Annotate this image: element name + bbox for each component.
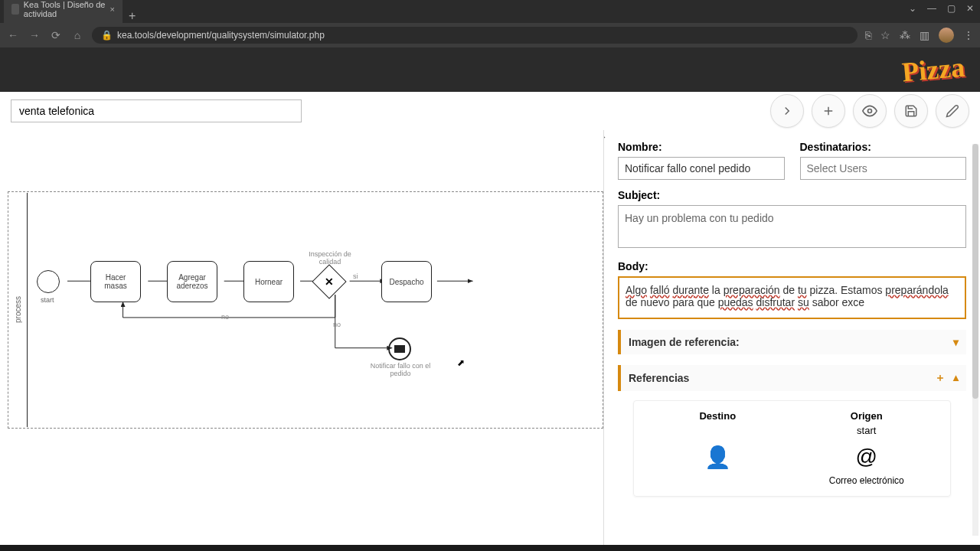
start-label: start (41, 296, 54, 304)
chevron-down-icon[interactable]: ⌄ (909, 3, 916, 14)
menu-icon[interactable]: ⋮ (963, 29, 974, 41)
person-icon: 👤 (643, 445, 792, 470)
install-icon[interactable]: ⎘ (865, 29, 871, 41)
at-icon: @ (792, 445, 942, 469)
edge-si: si (353, 272, 358, 280)
task-agregar-aderezos[interactable]: Agregar aderezos (167, 261, 217, 302)
tab-bar: Kea Tools | Diseño de actividad × + (0, 0, 980, 23)
edit-button[interactable] (936, 94, 969, 128)
browser-tab[interactable]: Kea Tools | Diseño de actividad × (4, 0, 122, 23)
lock-icon: 🔒 (101, 30, 113, 41)
ref-origen-sub: start (792, 425, 942, 437)
task-hornear[interactable]: Hornear (243, 261, 294, 302)
gateway-label: Inspección de calidad (299, 250, 361, 266)
profile-avatar-icon[interactable] (939, 28, 954, 43)
tab-title: Kea Tools | Diseño de actividad (24, 0, 106, 18)
gateway-inspeccion[interactable]: ✕ (312, 264, 346, 298)
start-event[interactable] (37, 270, 60, 293)
maximize-icon[interactable]: ▢ (947, 3, 956, 14)
address-bar: ← → ⟳ ⌂ 🔒 kea.tools/development/qualitys… (0, 23, 980, 47)
nombre-input[interactable] (618, 157, 785, 180)
lane-header[interactable]: process (9, 193, 28, 427)
subject-label: Subject: (618, 189, 966, 201)
close-window-icon[interactable]: ✕ (966, 3, 974, 14)
chevron-down-icon[interactable]: ▾ (953, 336, 959, 348)
ref-destino-title: Destino (643, 410, 792, 422)
pizza-logo: Pizza (900, 51, 965, 89)
add-button[interactable] (812, 94, 845, 128)
minimize-icon[interactable]: — (927, 3, 936, 14)
subject-input[interactable]: Hay un problema con tu pedido (618, 205, 966, 248)
chevron-up-icon[interactable]: ▴ (953, 371, 959, 385)
message-event[interactable] (388, 337, 411, 360)
url-text: kea.tools/development/qualitysystem/simu… (117, 30, 325, 41)
body-label: Body: (618, 260, 966, 272)
nombre-label: Nombre: (618, 141, 785, 153)
footer-bar (0, 545, 980, 551)
extensions-icon[interactable]: ⁂ (900, 29, 910, 41)
toolbar (0, 92, 980, 130)
svg-point-2 (868, 109, 872, 113)
reload-icon[interactable]: ⟳ (49, 29, 63, 41)
new-tab-icon[interactable]: + (129, 9, 136, 23)
panel-icon[interactable]: ▥ (920, 29, 929, 41)
properties-panel: ↔ Nombre: Destinatarios: Subject: Hay un… (603, 130, 980, 549)
reference-card[interactable]: Destino 👤 Origen start @ Correo electrón… (633, 400, 951, 497)
bpmn-pool[interactable]: process start (8, 191, 603, 429)
url-field[interactable]: 🔒 kea.tools/development/qualitysystem/si… (92, 27, 858, 44)
preview-button[interactable] (853, 94, 887, 128)
ref-origen-title: Origen (792, 410, 942, 422)
diagram-canvas[interactable]: ⬈ process (0, 130, 603, 549)
ref-email-label: Correo electrónico (792, 475, 942, 486)
bookmark-icon[interactable]: ☆ (880, 29, 890, 41)
save-button[interactable] (894, 94, 928, 128)
app-header: Pizza (0, 47, 980, 92)
process-name-input[interactable] (11, 99, 302, 122)
edge-no-loop: no (221, 313, 229, 321)
message-event-label: Notificar fallo con el pedido (370, 362, 431, 377)
add-reference-icon[interactable]: ＋ (935, 371, 946, 385)
forward-icon[interactable]: → (28, 29, 41, 41)
panel-resize-icon[interactable]: ↔ (603, 132, 607, 142)
section-referencias[interactable]: Referencias ＋ ▴ (618, 365, 966, 391)
task-hacer-masas[interactable]: Hacer masas (90, 261, 141, 302)
panel-scrollbar[interactable] (972, 144, 978, 536)
destinatarios-label: Destinatarios: (800, 141, 967, 153)
task-despacho[interactable]: Despacho (381, 261, 432, 302)
section-imagen[interactable]: Imagen de referencia: ▾ (618, 330, 966, 354)
edge-no-msg: no (333, 321, 341, 328)
body-input[interactable]: Algo falló durante la preparación de tu … (618, 276, 966, 319)
favicon-icon (11, 4, 19, 15)
back-icon[interactable]: ← (6, 29, 20, 41)
destinatarios-select[interactable] (800, 157, 967, 180)
home-icon[interactable]: ⌂ (70, 29, 84, 41)
next-button[interactable] (770, 94, 804, 128)
envelope-icon (394, 345, 405, 353)
tab-close-icon[interactable]: × (110, 5, 115, 14)
flow-arrows (8, 192, 603, 428)
